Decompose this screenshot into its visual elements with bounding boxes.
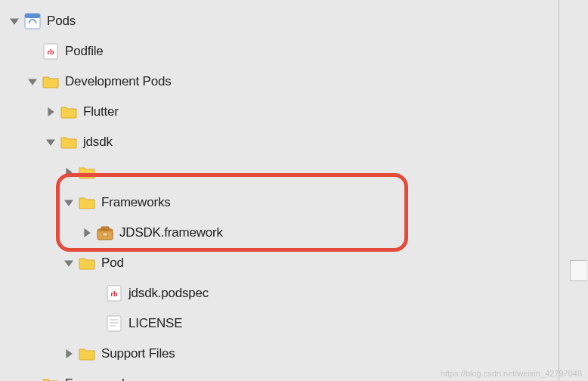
tree-label: LICENSE — [128, 316, 182, 331]
text-file-icon — [106, 315, 122, 332]
folder-icon — [60, 104, 77, 120]
tree-row-parentdir[interactable]: .. — [0, 157, 588, 187]
folder-icon — [79, 194, 95, 211]
tree-label: Frameworks — [101, 195, 171, 210]
svg-marker-9 — [64, 200, 73, 206]
svg-marker-15 — [64, 260, 73, 266]
svg-rect-18 — [107, 316, 121, 331]
chevron-right-icon[interactable] — [80, 228, 94, 237]
chevron-right-icon[interactable] — [44, 107, 57, 116]
tree-row-license[interactable]: LICENSE — [0, 308, 588, 339]
tree-row-flutter[interactable]: Flutter — [0, 97, 588, 127]
tree-row-pods[interactable]: Pods — [0, 6, 588, 36]
svg-marker-5 — [28, 79, 37, 85]
chevron-down-icon[interactable] — [62, 259, 76, 268]
chevron-down-icon[interactable] — [62, 198, 76, 207]
svg-rect-13 — [101, 227, 109, 230]
folder-icon — [42, 376, 59, 381]
tree-row-jdsdk[interactable]: jdsdk — [0, 127, 588, 157]
tree-row-jdsdk-framework[interactable]: JDSDK.framework — [0, 218, 588, 248]
svg-marker-8 — [66, 168, 72, 177]
tree-row-devpods[interactable]: Development Pods — [0, 67, 588, 97]
tree-row-pod[interactable]: Pod — [0, 248, 588, 278]
svg-marker-7 — [46, 139, 55, 145]
xcode-project-icon — [24, 13, 41, 29]
tree-label: .. — [101, 165, 108, 180]
chevron-down-icon[interactable] — [8, 17, 21, 26]
inspector-edge-icon — [570, 260, 586, 281]
folder-icon — [79, 255, 95, 271]
svg-text:rb: rb — [111, 290, 119, 298]
tree-label: JDSDK.framework — [119, 225, 223, 240]
svg-marker-22 — [66, 349, 72, 358]
tree-label: Development Pods — [65, 74, 171, 89]
ruby-file-icon: rb — [106, 285, 122, 302]
tree-row-podfile[interactable]: ▶ rb Podfile — [0, 36, 588, 67]
tree-label: jdsdk — [83, 135, 113, 150]
folder-icon — [60, 134, 77, 150]
tree-label: jdsdk.podspec — [128, 286, 209, 301]
folder-icon — [79, 345, 95, 362]
folder-icon — [42, 73, 59, 90]
tree-label: Frameworks — [65, 376, 135, 381]
ruby-file-icon: rb — [42, 43, 59, 60]
tree-row-support[interactable]: Support Files — [0, 339, 588, 369]
panel-divider[interactable] — [559, 0, 559, 381]
tree-label: Pods — [47, 14, 76, 29]
tree-label: Flutter — [83, 104, 119, 119]
svg-marker-10 — [84, 228, 90, 237]
chevron-down-icon[interactable] — [44, 138, 57, 147]
chevron-right-icon[interactable] — [62, 349, 76, 358]
framework-icon — [97, 225, 113, 241]
folder-icon — [79, 164, 95, 181]
svg-rect-14 — [103, 233, 107, 236]
tree-label: Support Files — [101, 346, 175, 361]
svg-text:rb: rb — [48, 48, 55, 56]
project-navigator-tree: Pods ▶ rb Podfile Development Pods Flutt… — [0, 0, 588, 381]
tree-row-podspec[interactable]: rb jdsdk.podspec — [0, 278, 588, 308]
tree-label: Pod — [101, 256, 124, 271]
tree-label: Podfile — [65, 44, 104, 59]
chevron-right-icon[interactable] — [62, 168, 76, 177]
tree-row-frameworks[interactable]: Frameworks — [0, 187, 588, 218]
svg-marker-6 — [48, 107, 54, 116]
svg-rect-2 — [25, 14, 40, 18]
chevron-down-icon[interactable] — [26, 77, 39, 86]
watermark-text: https://blog.csdn.net/weixin_42797048 — [441, 369, 582, 378]
svg-marker-0 — [10, 18, 19, 24]
